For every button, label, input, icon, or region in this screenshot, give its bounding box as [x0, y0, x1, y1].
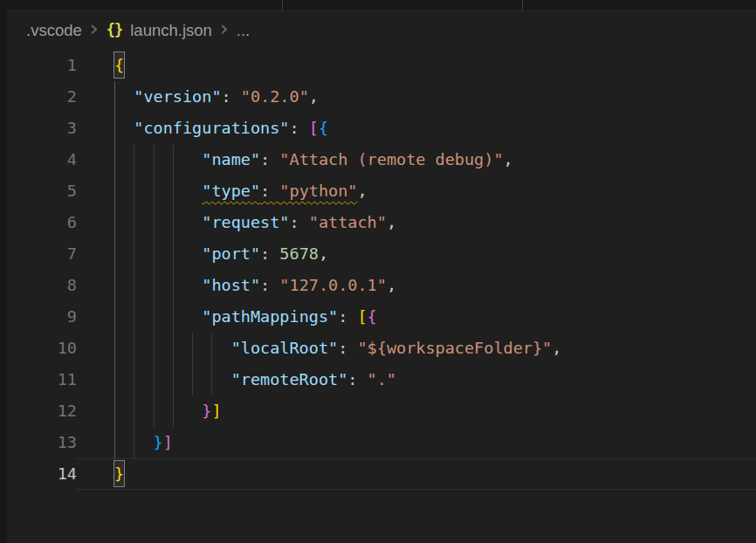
- indent-guide: [154, 175, 155, 207]
- indent-guide: [114, 427, 115, 458]
- indent-guide: [134, 301, 134, 333]
- indent-guide: [134, 238, 134, 270]
- indent-guide: [173, 270, 174, 301]
- bracket-match: {: [113, 52, 125, 79]
- code-line: 13 }]: [7, 427, 756, 458]
- indent-guide: [114, 113, 115, 144]
- line-number: 11: [7, 364, 77, 395]
- tab-bar: [7, 0, 756, 11]
- indent-guide: [154, 333, 155, 364]
- indent-guide: [114, 395, 115, 427]
- indent-guide: [114, 81, 115, 113]
- breadcrumb-symbols[interactable]: ...: [237, 21, 250, 40]
- indent-guide: [154, 238, 155, 270]
- line-number: 9: [7, 301, 77, 333]
- line-number: 6: [7, 207, 77, 238]
- json-braces-icon: {}: [107, 21, 122, 38]
- indent-guide: [134, 175, 134, 207]
- line-number: 5: [7, 175, 77, 207]
- indent-guide: [211, 364, 212, 395]
- indent-guide: [173, 333, 174, 364]
- indent-guide: [173, 238, 174, 270]
- indent-guide: [173, 364, 174, 395]
- code-text[interactable]: "pathMappings": [{: [77, 301, 756, 333]
- code-line: 8 "host": "127.0.0.1",: [7, 270, 756, 301]
- line-number: 10: [7, 333, 77, 364]
- line-number: 3: [7, 113, 77, 144]
- indent-guide: [134, 333, 134, 364]
- breadcrumb-folder[interactable]: .vscode: [26, 21, 82, 40]
- window-left-edge: [0, 0, 7, 543]
- code-line: 5 "type": "python",: [7, 175, 756, 207]
- indent-guide: [154, 364, 155, 395]
- line-number: 13: [7, 427, 77, 458]
- tab-3[interactable]: [523, 0, 756, 10]
- indent-guide: [154, 144, 155, 175]
- line-number: 2: [7, 81, 77, 113]
- indent-guide: [154, 395, 155, 427]
- code-text[interactable]: }]: [77, 395, 756, 427]
- code-line: 7 "port": 5678,: [7, 238, 756, 270]
- indent-guide: [134, 144, 134, 175]
- code-text[interactable]: "host": "127.0.0.1",: [77, 270, 756, 301]
- breadcrumb: .vscode › {} launch.json › ...: [7, 11, 756, 50]
- indent-guide: [173, 144, 174, 175]
- code-line: 14}: [7, 458, 756, 490]
- indent-guide: [134, 270, 134, 301]
- line-number: 7: [7, 238, 77, 270]
- code-text[interactable]: "localRoot": "${workspaceFolder}",: [77, 333, 756, 364]
- indent-guide: [114, 333, 115, 364]
- line-number: 12: [7, 395, 77, 427]
- code-text[interactable]: "version": "0.2.0",: [77, 81, 756, 113]
- indent-guide: [173, 395, 174, 427]
- code-text[interactable]: "configurations": [{: [77, 113, 756, 144]
- indent-guide: [154, 301, 155, 333]
- code-line: 1{: [7, 50, 756, 81]
- code-line: 9 "pathMappings": [{: [7, 301, 756, 333]
- line-number: 14: [7, 458, 77, 490]
- code-text[interactable]: "remoteRoot": ".": [77, 364, 756, 395]
- line-number: 1: [7, 50, 77, 81]
- indent-guide: [173, 301, 174, 333]
- code-text[interactable]: {: [77, 50, 756, 81]
- indent-guide: [134, 427, 134, 458]
- indent-guide: [134, 207, 134, 238]
- code-text[interactable]: "port": 5678,: [77, 238, 756, 270]
- indent-guide: [134, 364, 134, 395]
- chevron-right-icon: ›: [90, 21, 99, 37]
- indent-guide: [114, 175, 115, 207]
- code-line: 10 "localRoot": "${workspaceFolder}",: [7, 333, 756, 364]
- code-line: 4 "name": "Attach (remote debug)",: [7, 144, 756, 175]
- indent-guide: [134, 395, 134, 427]
- code-text[interactable]: "type": "python",: [77, 175, 756, 207]
- indent-guide: [154, 270, 155, 301]
- code-line: 2 "version": "0.2.0",: [7, 81, 756, 113]
- code-text[interactable]: "request": "attach",: [77, 207, 756, 238]
- code-line: 11 "remoteRoot": ".": [7, 364, 756, 395]
- indent-guide: [192, 333, 193, 364]
- tab-1[interactable]: [7, 0, 283, 10]
- code-line: 6 "request": "attach",: [7, 207, 756, 238]
- warning-squiggle: "type": "python": [202, 182, 357, 200]
- editor-code-area[interactable]: 1{2 "version": "0.2.0",3 "configurations…: [7, 50, 756, 490]
- bracket-match: }: [113, 460, 125, 487]
- chevron-right-icon: ›: [220, 21, 229, 37]
- code-line: 3 "configurations": [{: [7, 113, 756, 144]
- line-number: 8: [7, 270, 77, 301]
- indent-guide: [114, 301, 115, 333]
- indent-guide: [114, 364, 115, 395]
- breadcrumb-file[interactable]: launch.json: [130, 21, 212, 40]
- tab-2[interactable]: [283, 0, 523, 10]
- indent-guide: [173, 207, 174, 238]
- code-text[interactable]: }: [77, 458, 756, 490]
- indent-guide: [114, 144, 115, 175]
- code-text[interactable]: }]: [77, 427, 756, 458]
- line-number: 4: [7, 144, 77, 175]
- indent-guide: [173, 175, 174, 207]
- indent-guide: [211, 333, 212, 364]
- indent-guide: [114, 270, 115, 301]
- code-text[interactable]: "name": "Attach (remote debug)",: [77, 144, 756, 175]
- indent-guide: [114, 207, 115, 238]
- code-line: 12 }]: [7, 395, 756, 427]
- indent-guide: [114, 238, 115, 270]
